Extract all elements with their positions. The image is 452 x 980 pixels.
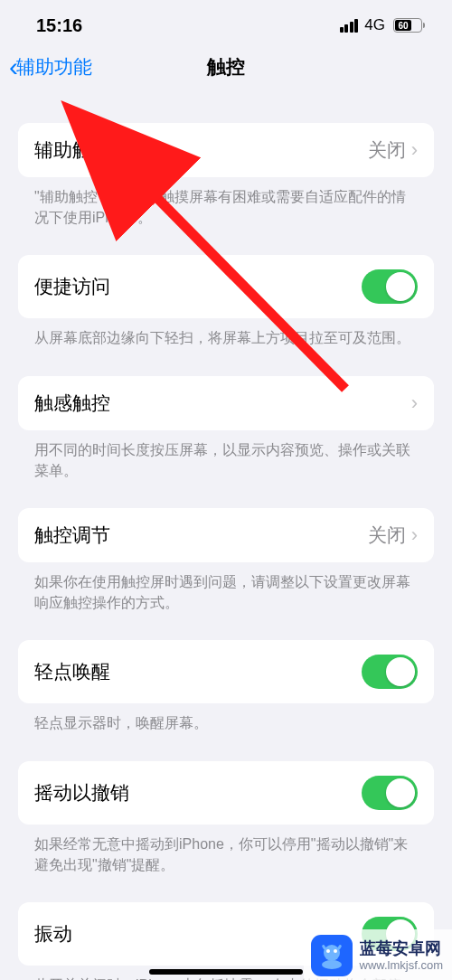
back-label: 辅助功能	[16, 54, 92, 80]
row-label: 辅助触控	[34, 137, 110, 163]
status-right: 4G 60	[340, 16, 425, 34]
status-time: 15:16	[36, 15, 82, 36]
battery-icon: 60	[393, 18, 425, 33]
settings-list: 辅助触控 关闭 › "辅助触控"可让你在触摸屏幕有困难或需要自适应配件的情况下使…	[0, 123, 452, 980]
reachability-toggle[interactable]	[362, 269, 418, 304]
row-tap-to-wake[interactable]: 轻点唤醒	[18, 640, 434, 703]
status-bar: 15:16 4G 60	[0, 0, 452, 43]
shake-to-undo-toggle[interactable]	[362, 776, 418, 810]
row-label: 轻点唤醒	[34, 659, 110, 684]
row-footer: 如果经常无意中摇动到iPhone，你可以停用"摇动以撤销"来避免出现"撤销"提醒…	[18, 825, 434, 875]
svg-point-7	[322, 960, 342, 969]
svg-point-2	[324, 945, 340, 961]
row-touch-accommodations[interactable]: 触控调节 关闭 ›	[18, 508, 434, 562]
row-value: 关闭	[368, 137, 406, 163]
row-label: 触感触控	[34, 391, 110, 416]
row-footer: 用不同的时间长度按压屏幕，以显示内容预览、操作或关联菜单。	[18, 430, 434, 481]
page-title: 触控	[207, 54, 245, 80]
svg-point-3	[326, 949, 330, 953]
row-reachability[interactable]: 便捷访问	[18, 255, 434, 318]
home-indicator	[149, 969, 303, 975]
row-footer: 从屏幕底部边缘向下轻扫，将屏幕上方项目拉至可及范围。	[18, 318, 434, 348]
watermark-logo-icon	[311, 935, 353, 976]
row-footer: 轻点显示器时，唤醒屏幕。	[18, 703, 434, 733]
row-label: 摇动以撤销	[34, 780, 129, 806]
row-label: 便捷访问	[34, 274, 110, 299]
chevron-right-icon: ›	[411, 391, 418, 415]
row-footer: "辅助触控"可让你在触摸屏幕有困难或需要自适应配件的情况下使用iPhone。	[18, 177, 434, 228]
tap-to-wake-toggle[interactable]	[362, 655, 418, 689]
watermark: 蓝莓安卓网 www.lmkjsf.com	[304, 929, 452, 980]
row-label: 触控调节	[34, 523, 110, 548]
row-shake-to-undo[interactable]: 摇动以撤销	[18, 761, 434, 825]
row-assistive-touch[interactable]: 辅助触控 关闭 ›	[18, 123, 434, 177]
network-label: 4G	[364, 16, 385, 34]
watermark-url: www.lmkjsf.com	[360, 958, 443, 973]
chevron-right-icon: ›	[411, 138, 418, 162]
row-label: 振动	[34, 921, 72, 947]
row-value: 关闭	[368, 523, 406, 548]
cellular-signal-icon	[340, 19, 359, 33]
svg-point-4	[334, 949, 337, 953]
navigation-bar: ‹ 辅助功能 触控	[0, 43, 452, 90]
back-button[interactable]: ‹ 辅助功能	[9, 53, 92, 80]
watermark-title: 蓝莓安卓网	[360, 938, 443, 959]
chevron-right-icon: ›	[411, 523, 418, 547]
row-footer: 如果你在使用触控屏时遇到问题，请调整以下设置更改屏幕响应触控操作的方式。	[18, 562, 434, 613]
row-haptic-touch[interactable]: 触感触控 ›	[18, 376, 434, 430]
